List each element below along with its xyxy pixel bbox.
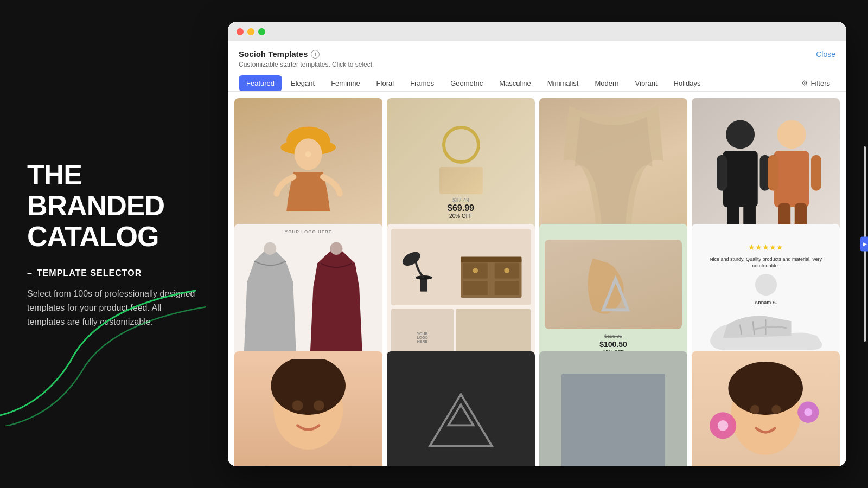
filter-tabs: Featured Elegant Feminine Floral Frames … <box>239 75 835 91</box>
svg-point-34 <box>292 400 303 411</box>
tab-masculine[interactable]: Masculine <box>492 75 539 91</box>
svg-rect-6 <box>717 155 727 190</box>
fullscreen-dot[interactable] <box>258 28 265 35</box>
face-svg <box>249 359 367 466</box>
dress-images <box>239 236 378 359</box>
app-header: Socioh Templates i Close Customizable st… <box>228 41 846 92</box>
app-title-row: Socioh Templates i Close <box>239 49 835 59</box>
app-content: Socioh Templates i Close Customizable st… <box>228 41 846 466</box>
avatar <box>755 274 777 296</box>
template-card[interactable] <box>387 351 535 466</box>
svg-rect-27 <box>463 281 487 295</box>
close-dot[interactable] <box>237 28 244 35</box>
description-text: Select from 100s of professionally desig… <box>27 287 195 329</box>
svg-point-8 <box>777 120 806 149</box>
tab-feminine[interactable]: Feminine <box>323 75 367 91</box>
main-title: THE BRANDED CATALOG <box>27 159 201 253</box>
bracelet-image <box>442 126 480 164</box>
ring-image <box>439 167 483 194</box>
svg-rect-5 <box>723 151 757 207</box>
couple-figures <box>699 106 833 239</box>
svg-point-35 <box>314 400 324 411</box>
tab-modern[interactable]: Modern <box>587 75 626 91</box>
browser-window: Socioh Templates i Close Customizable st… <box>228 22 846 466</box>
section-subtitle: TEMPLATE SELECTOR <box>27 268 201 278</box>
tab-vibrant[interactable]: Vibrant <box>628 75 665 91</box>
reviewer-name: Annam S. <box>755 300 777 305</box>
tab-frames[interactable]: Frames <box>403 75 442 91</box>
browser-dots <box>237 28 838 35</box>
tab-elegant[interactable]: Elegant <box>283 75 322 91</box>
tab-holidays[interactable]: Holidays <box>666 75 709 91</box>
filters-label: Filters <box>811 79 830 87</box>
review-text: Nice and sturdy. Quality products and ma… <box>699 256 832 269</box>
svg-point-44 <box>805 408 813 416</box>
template-card[interactable] <box>539 351 687 466</box>
svg-rect-9 <box>774 151 809 207</box>
mountain-svg <box>409 384 513 466</box>
minimize-dot[interactable] <box>247 28 254 35</box>
svg-point-3 <box>305 151 311 157</box>
svg-point-16 <box>264 242 276 255</box>
svg-rect-10 <box>768 155 778 190</box>
dress-1 <box>239 240 302 355</box>
template-card[interactable]: YOURLOGOHERE <box>387 224 535 372</box>
app-title: Socioh Templates i <box>239 49 320 59</box>
section-label: TEMPLATE SELECTOR <box>37 268 142 278</box>
dresser-svg <box>456 229 526 305</box>
svg-point-39 <box>750 405 760 414</box>
svg-point-4 <box>726 120 755 149</box>
template-card[interactable]: $129.95 $100.50 15% OFF <box>539 224 687 372</box>
tab-minimalist[interactable]: Minimalist <box>540 75 586 91</box>
face-flowers-svg <box>706 359 825 466</box>
sneaker-image <box>699 310 832 353</box>
tab-featured[interactable]: Featured <box>239 75 282 91</box>
left-panel: THE BRANDED CATALOG TEMPLATE SELECTOR Se… <box>0 127 228 361</box>
svg-point-40 <box>772 405 781 414</box>
sneaker-svg <box>706 306 826 357</box>
svg-rect-11 <box>811 155 821 190</box>
template-card[interactable] <box>692 351 840 466</box>
browser-chrome <box>228 22 846 41</box>
filters-icon: ⚙ <box>801 79 808 87</box>
svg-point-33 <box>271 359 346 415</box>
tab-floral[interactable]: Floral <box>369 75 402 91</box>
logo-text: YOUR LOGO HERE <box>285 229 332 234</box>
app-title-text: Socioh Templates <box>239 49 308 59</box>
svg-rect-22 <box>461 256 521 262</box>
template-card[interactable]: ★★★★★ Nice and sturdy. Quality products … <box>692 224 840 372</box>
svg-point-38 <box>729 362 803 415</box>
svg-point-20 <box>400 249 422 268</box>
info-icon[interactable]: i <box>311 50 320 59</box>
svg-point-25 <box>473 268 478 273</box>
minimal-shape <box>561 374 665 466</box>
svg-rect-36 <box>269 466 348 466</box>
templates-grid: $87.49 $69.99 20% OFF <box>228 92 846 466</box>
svg-point-42 <box>718 420 729 431</box>
tab-geometric[interactable]: Geometric <box>443 75 490 91</box>
svg-rect-28 <box>494 281 519 295</box>
app-subtitle: Customizable starter templates. Click to… <box>239 61 835 68</box>
dress-2 <box>305 240 368 355</box>
stars: ★★★★★ <box>748 243 783 252</box>
filters-button[interactable]: ⚙ Filters <box>796 75 835 91</box>
price-info: $87.49 $69.99 20% OFF <box>448 197 474 219</box>
close-button[interactable]: Close <box>816 50 835 59</box>
svg-point-26 <box>504 268 509 273</box>
furniture-scene <box>391 229 531 305</box>
earring-svg <box>572 243 655 325</box>
ear-image <box>545 240 682 329</box>
svg-point-17 <box>330 242 342 255</box>
fabric-figure <box>547 106 680 239</box>
template-card[interactable]: YOUR LOGO HERE NEW ARRIVALS <box>234 224 382 372</box>
lamp-svg <box>396 229 452 305</box>
template-card[interactable] <box>234 351 382 466</box>
fashion-figure <box>249 113 367 231</box>
